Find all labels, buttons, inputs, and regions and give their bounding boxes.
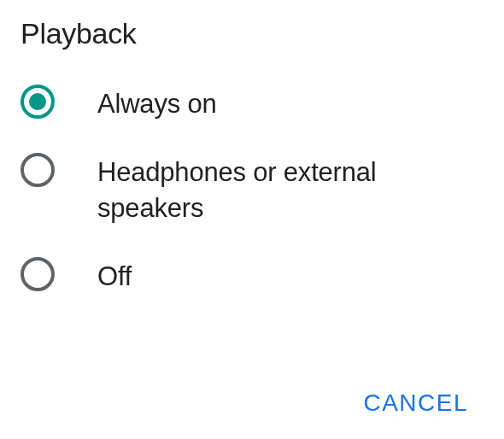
dialog-footer: CANCEL bbox=[353, 383, 478, 424]
radio-button-icon bbox=[21, 85, 55, 119]
radio-label: Always on bbox=[97, 85, 217, 122]
radio-button-icon bbox=[21, 257, 55, 291]
radio-option-always-on[interactable]: Always on bbox=[21, 85, 483, 122]
dialog-title: Playback bbox=[21, 17, 483, 50]
playback-radio-group: Always on Headphones or external speaker… bbox=[21, 85, 483, 294]
radio-label: Headphones or external speakers bbox=[97, 153, 483, 226]
radio-option-off[interactable]: Off bbox=[21, 257, 483, 295]
radio-label: Off bbox=[97, 257, 132, 295]
cancel-button[interactable]: CANCEL bbox=[353, 383, 478, 424]
radio-button-icon bbox=[21, 153, 55, 187]
radio-option-headphones[interactable]: Headphones or external speakers bbox=[21, 153, 483, 226]
